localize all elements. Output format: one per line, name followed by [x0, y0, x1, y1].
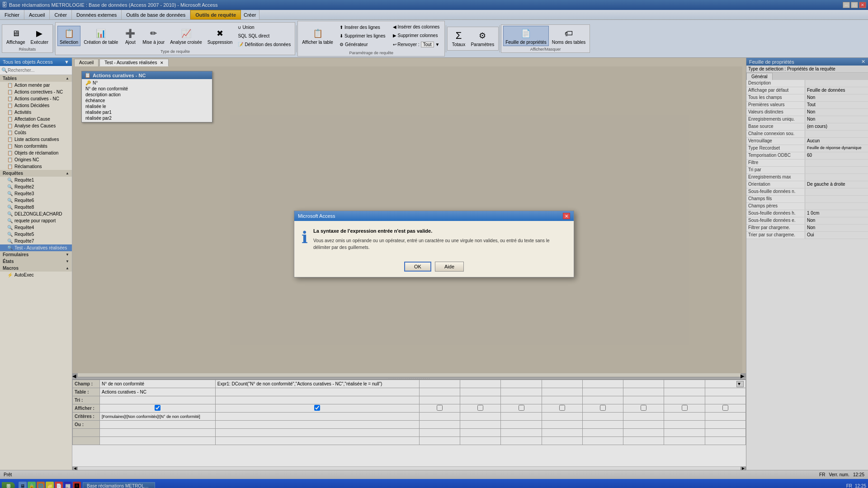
dialog-message-title: La syntaxe de l'expression entrée n'est …: [313, 228, 566, 234]
dialog-buttons: OK Aide: [294, 258, 574, 277]
dialog-close-button[interactable]: ✕: [563, 213, 570, 219]
dialog-overlay: Microsoft Access ✕ ℹ La syntaxe de l'exp…: [0, 0, 868, 488]
dialog-message: La syntaxe de l'expression entrée n'est …: [313, 228, 566, 251]
dialog-body: ℹ La syntaxe de l'expression entrée n'es…: [294, 221, 574, 258]
dialog-microsoft-access: Microsoft Access ✕ ℹ La syntaxe de l'exp…: [294, 211, 574, 277]
dialog-aide-button[interactable]: Aide: [435, 262, 464, 272]
dialog-info-icon: ℹ: [302, 228, 308, 251]
dialog-title-bar: Microsoft Access ✕: [294, 211, 574, 221]
dialog-title-text: Microsoft Access: [298, 213, 335, 219]
dialog-message-body: Vous avez omis un opérande ou un opérate…: [313, 237, 566, 251]
dialog-ok-button[interactable]: OK: [404, 262, 431, 272]
